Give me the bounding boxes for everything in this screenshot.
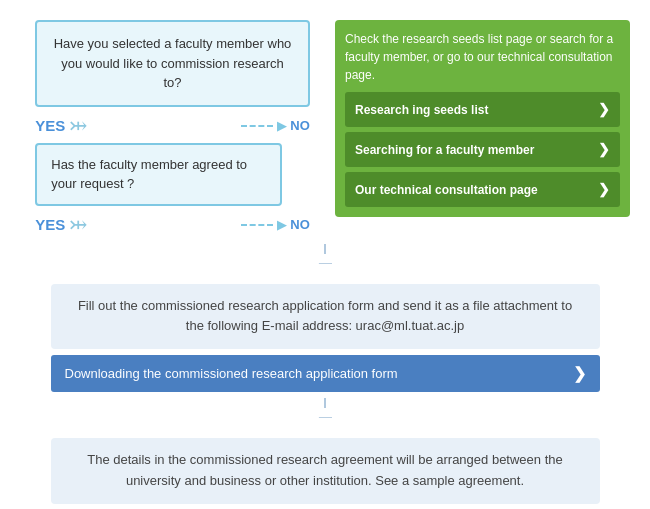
question2-box: Has the faculty member agreed to your re… <box>35 143 282 206</box>
no-label-1: NO <box>290 118 310 133</box>
step2-section: The details in the commissioned research… <box>20 438 630 509</box>
green-panel: Check the research seeds list page or se… <box>335 20 630 217</box>
question1-box: Have you selected a faculty member who y… <box>35 20 310 107</box>
faculty-search-chevron: ❯ <box>598 139 610 160</box>
connector-1: ⸻ <box>318 244 332 270</box>
consultation-chevron: ❯ <box>598 179 610 200</box>
download-form-label: Downloading the commissioned research ap… <box>65 366 398 381</box>
download-form-btn[interactable]: Downloading the commissioned research ap… <box>51 355 600 392</box>
download-form-chevron: ❯ <box>573 364 586 383</box>
step1-desc-text: Fill out the commissioned research appli… <box>78 298 572 334</box>
faculty-search-btn[interactable]: Searching for a faculty member ❯ <box>345 132 620 167</box>
step2-desc-text: The details in the commissioned research… <box>87 452 562 488</box>
left-column: Have you selected a faculty member who y… <box>20 20 325 238</box>
step2-desc: The details in the commissioned research… <box>51 438 600 504</box>
seeds-list-chevron: ❯ <box>598 99 610 120</box>
question1-text: Have you selected a faculty member who y… <box>54 36 292 90</box>
step1-desc: Fill out the commissioned research appli… <box>51 284 600 350</box>
flowchart: Have you selected a faculty member who y… <box>20 20 630 509</box>
arrow-down-1: ⤔ <box>69 113 87 139</box>
yes-label-2: YES <box>35 216 65 233</box>
consultation-btn[interactable]: Our technical consultation page ❯ <box>345 172 620 207</box>
question2-text: Has the faculty member agreed to your re… <box>51 157 247 192</box>
step1-section: Fill out the commissioned research appli… <box>20 284 630 393</box>
seeds-list-btn[interactable]: Research ing seeds list ❯ <box>345 92 620 127</box>
green-panel-desc: Check the research seeds list page or se… <box>345 30 620 84</box>
arrow-down-2: ⤔ <box>69 212 87 238</box>
yes-label-1: YES <box>35 117 65 134</box>
consultation-label: Our technical consultation page <box>355 181 538 199</box>
right-column: Check the research seeds list page or se… <box>325 20 630 217</box>
seeds-list-label: Research ing seeds list <box>355 101 488 119</box>
faculty-search-label: Searching for a faculty member <box>355 141 534 159</box>
connector-2: ⸻ <box>318 398 332 424</box>
no-label-2: NO <box>290 217 310 232</box>
top-row: Have you selected a faculty member who y… <box>20 20 630 238</box>
